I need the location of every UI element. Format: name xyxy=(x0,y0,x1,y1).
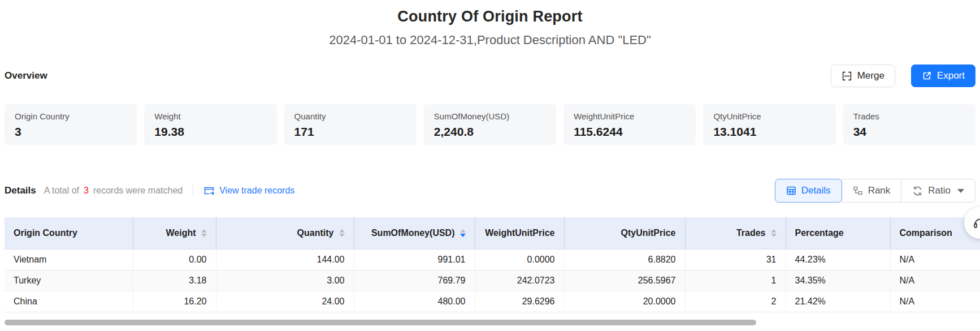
ratio-sync-icon xyxy=(912,186,923,196)
column-header-weightunitprice: WeightUnitPrice xyxy=(475,217,564,249)
column-header-trades[interactable]: Trades xyxy=(685,217,786,249)
overview-card-weight: Weight 19.38 xyxy=(144,104,276,145)
cell-quantity: 144.00 xyxy=(216,249,354,270)
column-header-origin-country: Origin Country xyxy=(5,217,133,249)
view-mode-details-label: Details xyxy=(801,185,831,196)
column-label: Percentage xyxy=(795,228,844,238)
vertical-divider xyxy=(193,185,193,196)
cell-trades: 1 xyxy=(685,270,786,291)
cell-origin-country: Turkey xyxy=(5,270,133,291)
column-label: Weight xyxy=(166,228,196,238)
match-suffix: records were matched xyxy=(93,186,183,196)
column-header-quantity[interactable]: Quantity xyxy=(216,217,354,249)
table-grid-icon xyxy=(786,186,796,196)
column-header-sumofmoney-usd[interactable]: SumOfMoney(USD) xyxy=(354,217,475,249)
cell-quantity: 3.00 xyxy=(216,270,354,291)
column-label: Comparison xyxy=(900,228,952,238)
column-header-percentage: Percentage xyxy=(786,217,890,249)
country-of-origin-report-page: Country Of Origin Report 2024-01-01 to 2… xyxy=(0,0,980,312)
card-label: Quantity xyxy=(294,111,406,121)
overview-toolbar: Overview Merge xyxy=(0,65,980,87)
details-table: Origin CountryWeightQuantitySumOfMoney(U… xyxy=(5,217,980,312)
toolbar-buttons: Merge Export xyxy=(831,65,975,87)
view-mode-rank-button[interactable]: Rank xyxy=(842,179,902,203)
column-header-weight[interactable]: Weight xyxy=(133,217,216,249)
cell-comparison: N/A xyxy=(890,249,980,270)
horizontal-scrollbar-thumb[interactable] xyxy=(5,320,756,325)
merge-button[interactable]: Merge xyxy=(831,65,895,87)
cell-qtyunitprice: 20.0000 xyxy=(564,291,685,312)
cell-origin-country: China xyxy=(5,291,133,312)
details-section-label: Details xyxy=(5,185,36,196)
column-label: Trades xyxy=(736,228,766,238)
cell-weightunitprice: 242.0723 xyxy=(475,270,564,291)
table-row-turkey: Turkey3.183.00769.79242.0723256.5967134.… xyxy=(5,270,980,291)
cell-weightunitprice: 29.6296 xyxy=(475,291,564,312)
details-summary: Details A total of 3 records were matche… xyxy=(5,185,294,196)
card-value: 3 xyxy=(15,125,127,139)
details-table-wrap: Origin CountryWeightQuantitySumOfMoney(U… xyxy=(5,217,980,312)
match-count: 3 xyxy=(84,186,89,196)
card-label: Origin Country xyxy=(15,111,127,121)
rank-hierarchy-icon xyxy=(853,186,863,196)
table-row-china: China16.2024.00480.0029.629620.0000221.4… xyxy=(5,291,980,312)
table-header-row: Origin CountryWeightQuantitySumOfMoney(U… xyxy=(5,217,980,249)
horizontal-scrollbar-track xyxy=(5,320,975,325)
sort-carets-icon xyxy=(339,229,345,237)
sort-carets-icon xyxy=(201,229,207,237)
table-row-vietnam: Vietnam0.00144.00991.010.00006.88203144.… xyxy=(5,249,980,270)
cell-percentage: 21.42% xyxy=(786,291,890,312)
details-bar: Details A total of 3 records were matche… xyxy=(5,179,975,203)
column-label: WeightUnitPrice xyxy=(485,228,554,238)
cell-trades: 31 xyxy=(685,249,786,270)
column-header-qtyunitprice: QtyUnitPrice xyxy=(564,217,685,249)
card-label: WeightUnitPrice xyxy=(574,111,686,121)
trade-records-icon xyxy=(203,186,215,196)
sort-carets-icon xyxy=(771,229,777,237)
view-mode-ratio-button[interactable]: Ratio xyxy=(901,179,975,203)
cell-percentage: 44.23% xyxy=(786,249,890,270)
overview-card-qtyunitprice: QtyUnitPrice 13.1041 xyxy=(703,104,835,145)
card-label: Weight xyxy=(154,111,266,121)
column-label: QtyUnitPrice xyxy=(621,228,676,238)
view-mode-rank-label: Rank xyxy=(868,185,891,196)
cell-origin-country: Vietnam xyxy=(5,249,133,270)
sort-carets-icon xyxy=(460,229,466,237)
cell-qtyunitprice: 6.8820 xyxy=(564,249,685,270)
cell-weight: 0.00 xyxy=(133,249,216,270)
view-mode-ratio-label: Ratio xyxy=(928,185,951,196)
view-trade-records-link[interactable]: View trade records xyxy=(203,186,294,196)
match-prefix: A total of xyxy=(44,186,79,196)
overview-card-weightunitprice: WeightUnitPrice 115.6244 xyxy=(563,104,696,145)
view-mode-details-button[interactable]: Details xyxy=(775,179,842,203)
cell-weight: 3.18 xyxy=(133,270,216,291)
card-label: QtyUnitPrice xyxy=(713,111,825,121)
cell-qtyunitprice: 256.5967 xyxy=(564,270,685,291)
cell-weight: 16.20 xyxy=(133,291,216,312)
card-label: Trades xyxy=(853,111,965,121)
cell-weightunitprice: 0.0000 xyxy=(475,249,564,270)
cell-percentage: 34.35% xyxy=(786,270,890,291)
card-value: 34 xyxy=(853,125,965,139)
export-icon xyxy=(922,71,932,81)
overview-cards: Origin Country 3 Weight 19.38 Quantity 1… xyxy=(5,104,975,145)
page-title: Country Of Origin Report xyxy=(0,8,980,25)
view-mode-switcher: Details Rank xyxy=(775,179,975,203)
overview-card-trades: Trades 34 xyxy=(843,104,975,145)
chevron-down-icon xyxy=(957,189,964,193)
cell-trades: 2 xyxy=(685,291,786,312)
export-button-label: Export xyxy=(937,70,965,81)
cell-comparison: N/A xyxy=(890,270,980,291)
card-label: SumOfMoney(USD) xyxy=(434,111,546,121)
card-value: 171 xyxy=(294,125,406,139)
page-subtitle: 2024-01-01 to 2024-12-31,Product Descrip… xyxy=(0,33,980,48)
export-button[interactable]: Export xyxy=(911,65,975,87)
cell-sumofmoney-usd: 769.79 xyxy=(354,270,475,291)
report-header: Country Of Origin Report 2024-01-01 to 2… xyxy=(0,0,980,48)
overview-card-origin-country: Origin Country 3 xyxy=(5,104,137,145)
cell-sumofmoney-usd: 991.01 xyxy=(354,249,475,270)
headset-icon xyxy=(972,215,980,231)
merge-button-label: Merge xyxy=(857,70,884,81)
merge-icon xyxy=(842,71,852,81)
overview-card-sumofmoney-usd: SumOfMoney(USD) 2,240.8 xyxy=(424,104,556,145)
